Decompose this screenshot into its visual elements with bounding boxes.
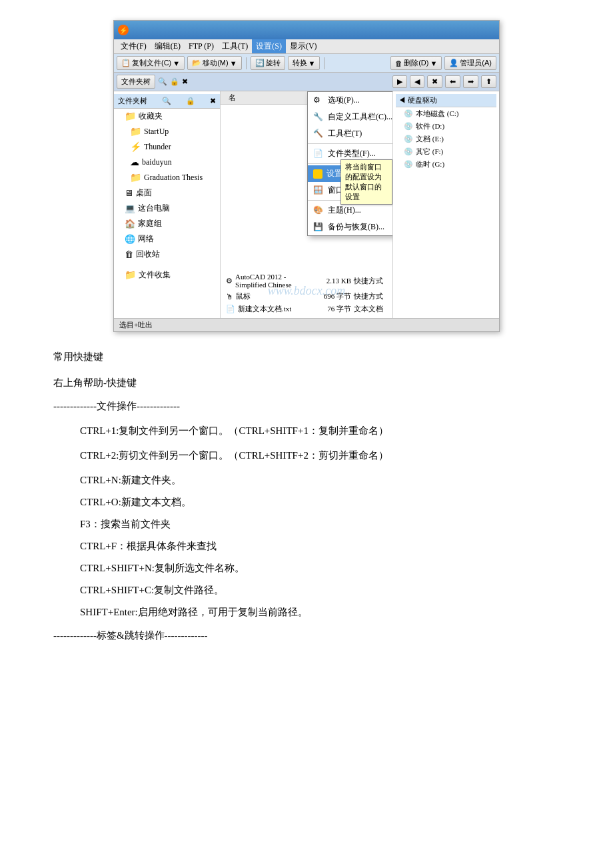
menu-ftp[interactable]: FTP (P) — [185, 40, 218, 53]
sidebar-close-icon[interactable]: ✖ — [210, 97, 216, 105]
menu-separator-1 — [308, 143, 392, 144]
rotate-button[interactable]: 🔄 旋转 — [251, 56, 285, 70]
drive-f[interactable]: 💿 其它 (F:) — [396, 145, 496, 158]
menu-options[interactable]: ⚙ 选项(P)... — [308, 92, 392, 109]
nav-left-button[interactable]: ◀ — [410, 75, 424, 88]
drive-d[interactable]: 💿 软件 (D:) — [396, 120, 496, 133]
toolbar-separator — [246, 57, 247, 69]
delete-icon: 🗑 — [395, 59, 402, 67]
recycle-icon: 🗑 — [125, 249, 133, 260]
shortcut-ctrlo: CTRL+O:新建文本文档。 — [80, 493, 560, 511]
homegroup-icon: 🏠 — [125, 219, 135, 229]
file-collection-icon: 📁 — [125, 269, 136, 281]
col-name: 名 — [223, 93, 241, 103]
nav-fwd-button[interactable]: ➡ — [463, 75, 478, 88]
drive-d-icon: 💿 — [404, 122, 413, 131]
shortcut-f3: F3：搜索当前文件夹 — [80, 515, 560, 533]
autocad-icon: ⚙ — [226, 277, 233, 285]
menu-backup[interactable]: 💾 备份与恢复(B)... — [308, 219, 392, 235]
move-button[interactable]: 📂 移动(M) ▼ — [187, 56, 241, 70]
app-icon: ⚡ — [118, 25, 129, 35]
menu-edit[interactable]: 编辑(E) — [151, 39, 185, 53]
rotate-icon: 🔄 — [255, 59, 265, 67]
drive-c[interactable]: 💿 本地磁盘 (C:) — [396, 107, 496, 120]
sidebar-item-desktop[interactable]: 🖥 桌面 — [114, 185, 220, 201]
options-icon: ⚙ — [313, 95, 324, 106]
tooltip: 将当前窗口的配置设为默认窗口的设置 — [340, 159, 392, 205]
delete-button[interactable]: 🗑 删除(D) ▼ — [390, 56, 442, 70]
network-icon: 🌐 — [125, 234, 135, 245]
file-entry-newtext[interactable]: 📄 新建文本文档.txt 76 字节 文本文档 — [223, 303, 390, 315]
manager-icon: 👤 — [449, 59, 458, 67]
sidebar-lock-icon[interactable]: 🔒 — [186, 97, 195, 105]
shortcut-ctrl2: CTRL+2:剪切文件到另一个窗口。（CTRL+SHITF+2：剪切并重命名） — [53, 447, 560, 465]
thunder-icon: ⚡ — [130, 141, 141, 153]
shortcut-ctrlshiftc: CTRL+SHIFT+C:复制文件路径。 — [80, 581, 560, 599]
file-entry-autocad[interactable]: ⚙ AutoCAD 2012 - Simplified Chinese 2.13… — [223, 271, 390, 290]
desktop-icon: 🖥 — [125, 188, 133, 199]
nav-close-button[interactable]: ✖ — [427, 75, 442, 88]
toolbar-separator-2 — [324, 57, 324, 69]
shortcut-ctrlshiftn: CTRL+SHIFT+N:复制所选文件名称。 — [80, 559, 560, 577]
shortcut-ctrl1: CTRL+1:复制文件到另一个窗口。（CTRL+SHITF+1：复制并重命名） — [53, 422, 560, 440]
move-icon: 📂 — [192, 59, 201, 67]
drives-header: ◀ 硬盘驱动 — [396, 94, 496, 107]
sidebar-search-icon[interactable]: 🔍 — [162, 97, 171, 105]
convert-button[interactable]: 转换 ▼ — [288, 56, 320, 70]
sidebar-item-baiduyun[interactable]: ☁ baiduyun — [114, 155, 220, 170]
drive-e[interactable]: 💿 文档 (E:) — [396, 133, 496, 145]
sidebar-item-recycle[interactable]: 🗑 回收站 — [114, 247, 220, 262]
nav-right-button[interactable]: ▶ — [392, 75, 407, 88]
file-tree-button[interactable]: 文件夹树 — [117, 75, 155, 89]
sidebar-item-homegroup[interactable]: 🏠 家庭组 — [114, 216, 220, 231]
menu-toolbar[interactable]: 🔨 工具栏(T) ▶ — [308, 125, 392, 142]
sidebar-item-favorites[interactable]: 📁 收藏夹 — [114, 109, 220, 124]
menu-file[interactable]: 文件(F) — [117, 39, 151, 53]
shortcut-ctrln: CTRL+N:新建文件夹。 — [80, 471, 560, 489]
drive-g[interactable]: 💿 临时 (G:) — [396, 158, 496, 171]
graduation-icon: 📁 — [130, 172, 141, 183]
sidebar-item-startup[interactable]: 📁 StartUp — [114, 124, 220, 139]
copy-file-button[interactable]: 📋 复制文件(C) ▼ — [117, 56, 185, 70]
status-bar: 选目+吐出 — [114, 318, 499, 331]
backup-icon: 💾 — [313, 222, 324, 233]
manager-button[interactable]: 👤 管理员(A) — [444, 56, 496, 70]
menu-bar[interactable]: 文件(F) 编辑(E) FTP (P) 工具(T) 设置(S) 显示(V) — [114, 39, 499, 54]
toolbar-icon: 🔨 — [313, 129, 324, 139]
baiduyun-icon: ☁ — [130, 157, 139, 168]
move-dropdown-arrow[interactable]: ▼ — [230, 59, 237, 67]
nav-back-button[interactable]: ⬅ — [445, 75, 460, 88]
search-icon[interactable]: 🔍 — [158, 77, 167, 86]
sidebar-item-computer[interactable]: 💻 这台电脑 — [114, 201, 220, 216]
nav-up-button[interactable]: ⬆ — [481, 75, 496, 88]
content-area: 名 大小 类型 ⚙ 选项(P)... 🔧 自定义工具栏(C)... 🔨 工具栏(… — [221, 91, 392, 318]
sidebar: 文件夹树 🔍 🔒 ✖ 📁 收藏夹 📁 StartUp ⚡ Thunder ☁ b… — [114, 91, 221, 318]
shortcut-ctrlf: CTRL+F：根据具体条件来查找 — [80, 537, 560, 555]
close-icon[interactable]: ✖ — [182, 77, 188, 86]
set-default-icon — [313, 169, 322, 179]
right-panel: ◀ 硬盘驱动 💿 本地磁盘 (C:) 💿 软件 (D:) 💿 文档 (E:) 💿… — [392, 91, 499, 318]
menu-tools[interactable]: 工具(T) — [218, 39, 252, 53]
sidebar-item-graduation-thesis[interactable]: 📁 Graduation Thesis — [114, 170, 220, 185]
sidebar-header: 文件夹树 🔍 🔒 ✖ — [114, 94, 220, 109]
divider-file-ops: -------------文件操作------------- — [53, 397, 560, 415]
file-manager-window: ⚡ 文件(F) 编辑(E) FTP (P) 工具(T) 设置(S) 显示(V) … — [113, 20, 500, 332]
title-bar: ⚡ — [114, 21, 499, 39]
theme-icon: 🎨 — [313, 205, 324, 216]
file-entry-mouse[interactable]: 🖱 鼠标 696 字节 快捷方式 — [223, 290, 390, 303]
menu-customize-toolbar[interactable]: 🔧 自定义工具栏(C)... — [308, 109, 392, 125]
menu-view[interactable]: 显示(V) — [286, 39, 321, 53]
copy-dropdown-arrow[interactable]: ▼ — [173, 59, 180, 67]
drive-c-icon: 💿 — [404, 109, 413, 118]
sidebar-item-thunder[interactable]: ⚡ Thunder — [114, 139, 220, 155]
main-area: 文件夹树 🔍 🔒 ✖ 📁 收藏夹 📁 StartUp ⚡ Thunder ☁ b… — [114, 91, 499, 318]
convert-dropdown-arrow[interactable]: ▼ — [308, 59, 316, 67]
drive-g-icon: 💿 — [404, 160, 413, 169]
sidebar-item-network[interactable]: 🌐 网络 — [114, 231, 220, 247]
copy-icon: 📋 — [121, 59, 131, 67]
lock-icon[interactable]: 🔒 — [170, 77, 179, 86]
menu-settings[interactable]: 设置(S) — [252, 39, 286, 53]
delete-dropdown-arrow[interactable]: ▼ — [430, 59, 437, 67]
sidebar-item-file-collection[interactable]: 📁 文件收集 — [114, 267, 220, 283]
divider-tab-ops: -------------标签&跳转操作------------- — [53, 627, 560, 645]
